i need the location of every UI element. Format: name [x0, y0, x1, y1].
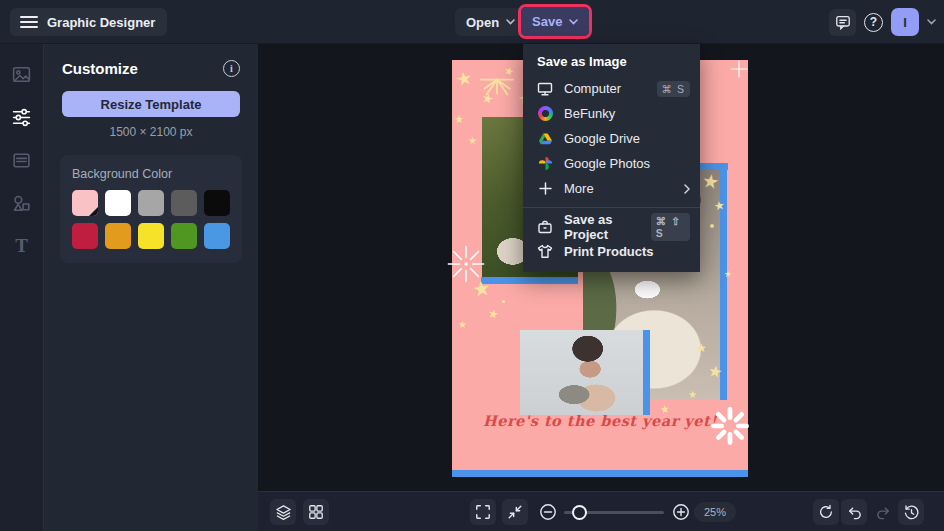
menu-divider — [523, 207, 700, 208]
swatch-row — [72, 223, 230, 249]
info-icon[interactable]: i — [223, 60, 240, 77]
sparkle-icon — [730, 60, 748, 78]
app-title: Graphic Designer — [47, 15, 155, 30]
color-swatch-gray[interactable] — [138, 190, 164, 216]
menu-item-label: Google Photos — [564, 156, 650, 171]
rail-item-image-manager[interactable] — [8, 60, 36, 88]
zoom-in-button[interactable] — [668, 499, 694, 525]
rail-item-templates[interactable] — [8, 146, 36, 174]
menu-item-google-drive[interactable]: Google Drive — [523, 126, 700, 151]
redo-icon — [875, 504, 892, 521]
menu-item-label: Google Drive — [564, 131, 640, 146]
resize-template-label: Resize Template — [101, 97, 202, 112]
menu-item-print-products[interactable]: Print Products — [523, 239, 700, 264]
star-decoration: ★ — [724, 270, 732, 279]
undo-icon — [846, 504, 863, 521]
refresh-icon — [818, 504, 834, 520]
comment-icon — [835, 14, 851, 30]
redo-button[interactable] — [870, 499, 896, 525]
dot-decoration — [502, 300, 505, 303]
help-button[interactable]: ? — [864, 13, 883, 32]
menu-item-label: Save as Project — [564, 212, 640, 242]
briefcase-icon — [537, 219, 553, 235]
topbar-right: ? I — [829, 8, 936, 36]
template-rows-icon — [11, 150, 32, 171]
google-drive-icon — [537, 131, 553, 147]
chevron-down-icon — [506, 19, 515, 25]
flower-burst-icon — [704, 400, 756, 452]
star-decoration: ★ — [487, 307, 500, 321]
color-swatch-darkgray[interactable] — [171, 190, 197, 216]
star-decoration: ★ — [458, 320, 467, 330]
rail-item-text[interactable]: T — [8, 232, 36, 260]
color-swatch-yellow[interactable] — [138, 223, 164, 249]
tshirt-icon — [537, 244, 553, 260]
accent-bar — [643, 330, 650, 415]
template-dimensions: 1500 × 2100 px — [44, 125, 258, 139]
google-photos-icon — [537, 156, 553, 172]
history-button[interactable] — [898, 499, 924, 525]
color-swatch-red[interactable] — [72, 223, 98, 249]
save-menu-header: Save as Image — [523, 44, 700, 76]
reset-button[interactable] — [813, 499, 839, 525]
save-button-highlight: Save — [518, 4, 592, 39]
image-icon — [11, 64, 32, 85]
layers-icon — [275, 504, 292, 521]
star-decoration: ★ — [659, 403, 670, 415]
star-decoration: ★ — [454, 114, 464, 125]
fit-to-screen-button[interactable] — [502, 499, 528, 525]
background-color-label: Background Color — [72, 167, 230, 181]
photo-woman-with-cat[interactable] — [520, 330, 643, 415]
feedback-button[interactable] — [829, 9, 856, 36]
color-swatch-white[interactable] — [105, 190, 131, 216]
star-decoration: ★ — [707, 363, 724, 381]
menu-item-befunky[interactable]: BeFunky — [523, 101, 700, 126]
color-swatch-blue[interactable] — [204, 223, 230, 249]
resize-template-button[interactable]: Resize Template — [62, 91, 240, 117]
menu-item-label: BeFunky — [564, 106, 615, 121]
tool-rail: T — [0, 44, 44, 531]
color-swatch-green[interactable] — [171, 223, 197, 249]
undo-button[interactable] — [841, 499, 867, 525]
zoom-level-value: 25% — [704, 506, 726, 518]
layers-button[interactable] — [270, 499, 296, 525]
save-dropdown-menu: Save as Image Computer ⌘ S BeFunky Googl… — [523, 44, 700, 272]
account-chevron-down-icon[interactable] — [927, 19, 936, 25]
chevron-down-icon — [569, 19, 578, 25]
menu-item-label: More — [564, 181, 594, 196]
hamburger-icon — [20, 15, 38, 29]
dot-decoration — [710, 224, 714, 228]
topbar: Graphic Designer Open Save ? I — [0, 0, 944, 44]
shortcut-badge: ⌘ ⇧ S — [651, 213, 690, 241]
menu-item-computer[interactable]: Computer ⌘ S — [523, 76, 700, 101]
app-menu-button[interactable]: Graphic Designer — [10, 8, 167, 36]
star-decoration: ★ — [454, 69, 474, 90]
menu-item-save-as-project[interactable]: Save as Project ⌘ ⇧ S — [523, 214, 700, 239]
save-button[interactable]: Save — [521, 7, 589, 36]
save-button-label: Save — [532, 14, 562, 29]
star-decoration: ★ — [701, 171, 721, 192]
zoom-out-button[interactable] — [535, 499, 561, 525]
color-swatch-current[interactable] — [72, 190, 98, 216]
star-decoration: ★ — [468, 136, 477, 146]
menu-item-google-photos[interactable]: Google Photos — [523, 151, 700, 176]
minus-circle-icon — [539, 503, 557, 521]
rail-item-customize[interactable] — [8, 103, 36, 131]
fullscreen-button[interactable] — [470, 499, 496, 525]
expand-icon — [475, 504, 491, 520]
text-tool-icon: T — [15, 235, 28, 257]
zoom-slider[interactable] — [564, 511, 664, 514]
chevron-right-icon — [684, 184, 690, 194]
color-swatch-black[interactable] — [204, 190, 230, 216]
zoom-level-badge[interactable]: 25% — [694, 502, 736, 522]
menu-item-more[interactable]: More — [523, 176, 700, 201]
zoom-slider-handle[interactable] — [572, 505, 587, 520]
open-button[interactable]: Open — [455, 8, 526, 36]
swatch-row — [72, 190, 230, 216]
color-swatch-orange[interactable] — [105, 223, 131, 249]
rail-item-graphics[interactable] — [8, 189, 36, 217]
pages-grid-button[interactable] — [303, 499, 329, 525]
avatar[interactable]: I — [891, 8, 919, 36]
accent-bar — [481, 277, 578, 284]
history-clock-icon — [903, 504, 920, 521]
